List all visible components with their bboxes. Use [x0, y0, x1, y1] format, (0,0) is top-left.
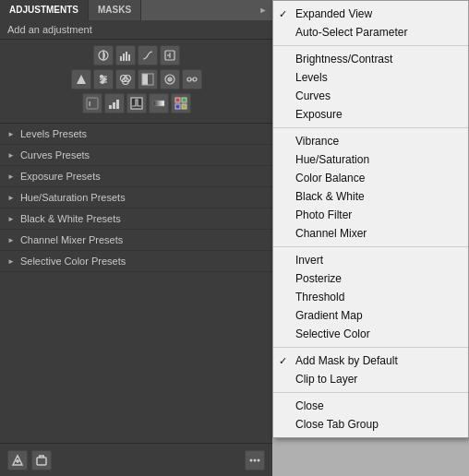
invert-btn[interactable]: I — [82, 93, 102, 113]
menu-item-label: Invert — [295, 254, 323, 267]
tab-masks[interactable]: MASKS — [89, 0, 141, 20]
svg-point-14 — [102, 78, 105, 81]
menu-item-expanded-view[interactable]: ✓ Expanded View — [273, 5, 468, 23]
menu-item-photo-filter[interactable]: Photo Filter — [273, 206, 468, 224]
preset-exposure[interactable]: ► Exposure Presets — [0, 166, 272, 187]
menu-item-label: Threshold — [295, 291, 344, 303]
add-adjustment-button[interactable] — [7, 450, 28, 470]
menu-item-levels[interactable]: Levels — [273, 68, 468, 87]
svg-rect-19 — [142, 74, 148, 85]
brightness-contrast-btn[interactable] — [93, 45, 114, 65]
menu-item-hue-saturation[interactable]: Hue/Saturation — [273, 150, 468, 169]
adjustments-panel: ADJUSTMENTS MASKS ► Add an adjustment — [0, 0, 272, 476]
preset-label-exposure: Exposure Presets — [20, 171, 101, 182]
menu-item-black-white[interactable]: Black & White — [273, 187, 468, 206]
menu-item-curves[interactable]: Curves — [273, 87, 468, 105]
menu-item-add-mask-by-default[interactable]: ✓ Add Mask by Default — [273, 351, 468, 370]
menu-item-label: Gradient Map — [295, 309, 363, 322]
menu-item-selective-color[interactable]: Selective Color — [273, 325, 468, 343]
toolbar-row-2 — [7, 69, 265, 89]
menu-item-brightness-contrast[interactable]: Brightness/Contrast — [273, 50, 468, 68]
menu-item-gradient-map[interactable]: Gradient Map — [273, 306, 468, 325]
preset-label-levels: Levels Presets — [20, 128, 87, 139]
curves-btn[interactable] — [138, 45, 158, 65]
svg-rect-3 — [123, 54, 125, 61]
black-white-btn[interactable] — [138, 69, 158, 89]
exposure-btn[interactable] — [160, 45, 180, 65]
preset-hue-saturation[interactable]: ► Hue/Saturation Presets — [0, 187, 272, 208]
color-balance-btn[interactable] — [115, 69, 136, 89]
menu-item-close-tab-group[interactable]: Close Tab Group — [273, 415, 468, 434]
preset-arrow-exposure: ► — [7, 173, 15, 181]
preset-black-white[interactable]: ► Black & White Presets — [0, 208, 272, 230]
menu-item-color-balance[interactable]: Color Balance — [273, 169, 468, 187]
preset-curves[interactable]: ► Curves Presets — [0, 145, 272, 166]
checkmark-expanded-view: ✓ — [279, 8, 287, 20]
menu-item-invert[interactable]: Invert — [273, 251, 468, 269]
photo-filter-btn[interactable] — [160, 69, 180, 89]
menu-item-threshold[interactable]: Threshold — [273, 288, 468, 306]
threshold-btn[interactable] — [126, 93, 147, 113]
tab-adjustments[interactable]: ADJUSTMENTS — [0, 0, 89, 20]
menu-item-label: Channel Mixer — [295, 227, 367, 240]
panel-options-button[interactable] — [245, 450, 265, 470]
preset-selective-color[interactable]: ► Selective Color Presets — [0, 251, 272, 272]
posterize-btn[interactable] — [104, 93, 125, 113]
menu-item-auto-select[interactable]: Auto-Select Parameter — [273, 23, 468, 42]
svg-rect-20 — [148, 74, 153, 85]
panel-menu-button[interactable]: ► — [254, 0, 272, 20]
menu-item-label: Expanded View — [295, 7, 372, 20]
preset-levels[interactable]: ► Levels Presets — [0, 124, 272, 145]
vibrance-btn[interactable] — [71, 69, 91, 89]
menu-item-label: Color Balance — [295, 172, 365, 184]
svg-point-13 — [100, 76, 102, 78]
menu-item-label: Posterize — [295, 272, 342, 285]
menu-item-clip-to-layer[interactable]: Clip to Layer — [273, 370, 468, 388]
menu-item-label: Brightness/Contrast — [295, 53, 392, 65]
context-menu: ✓ Expanded View Auto-Select Parameter Br… — [272, 0, 469, 438]
menu-section-mask: ✓ Add Mask by Default Clip to Layer — [273, 348, 468, 393]
preset-arrow-cm: ► — [7, 236, 15, 244]
menu-section-view: ✓ Expanded View Auto-Select Parameter — [273, 1, 468, 46]
menu-item-channel-mixer[interactable]: Channel Mixer — [273, 224, 468, 243]
svg-point-25 — [193, 77, 197, 81]
svg-point-46 — [254, 458, 257, 461]
menu-item-vibrance[interactable]: Vibrance — [273, 132, 468, 150]
preset-label-cm: Channel Mixer Presets — [20, 234, 123, 245]
preset-channel-mixer[interactable]: ► Channel Mixer Presets — [0, 230, 272, 251]
svg-rect-36 — [175, 104, 180, 109]
checkmark-add-mask: ✓ — [279, 355, 287, 367]
levels-btn[interactable] — [115, 45, 136, 65]
preset-label-sc: Selective Color Presets — [20, 256, 126, 267]
menu-item-label: Clip to Layer — [295, 373, 357, 386]
svg-point-47 — [258, 458, 260, 461]
toolbar-row-3: I — [7, 93, 265, 113]
svg-point-45 — [250, 458, 253, 461]
menu-item-posterize[interactable]: Posterize — [273, 269, 468, 288]
channel-mixer-btn[interactable] — [182, 69, 202, 89]
menu-section-color: Vibrance Hue/Saturation Color Balance Bl… — [273, 128, 468, 247]
menu-item-exposure[interactable]: Exposure — [273, 105, 468, 124]
svg-rect-4 — [126, 52, 127, 61]
svg-rect-5 — [128, 54, 130, 61]
gradient-map-btn[interactable] — [149, 93, 169, 113]
menu-item-label: Levels — [295, 71, 328, 84]
menu-item-label: Auto-Select Parameter — [295, 26, 407, 39]
preset-label-bw: Black & White Presets — [20, 213, 121, 224]
svg-rect-34 — [175, 98, 180, 102]
svg-rect-35 — [182, 98, 186, 102]
menu-item-label: Exposure — [295, 108, 343, 121]
menu-item-close[interactable]: Close — [273, 397, 468, 415]
svg-rect-37 — [182, 104, 186, 109]
hue-saturation-btn[interactable] — [93, 69, 114, 89]
delete-adjustment-button[interactable] — [31, 450, 52, 470]
presets-list: ► Levels Presets ► Curves Presets ► Expo… — [0, 124, 272, 443]
panel-tabs: ADJUSTMENTS MASKS ► — [0, 0, 272, 20]
svg-point-23 — [168, 77, 172, 81]
selective-color-btn[interactable] — [171, 93, 191, 113]
menu-item-label: Close — [295, 399, 324, 412]
menu-item-label: Add Mask by Default — [295, 354, 398, 367]
svg-rect-33 — [153, 101, 164, 106]
preset-arrow-levels: ► — [7, 130, 15, 138]
menu-item-label: Selective Color — [295, 327, 370, 340]
